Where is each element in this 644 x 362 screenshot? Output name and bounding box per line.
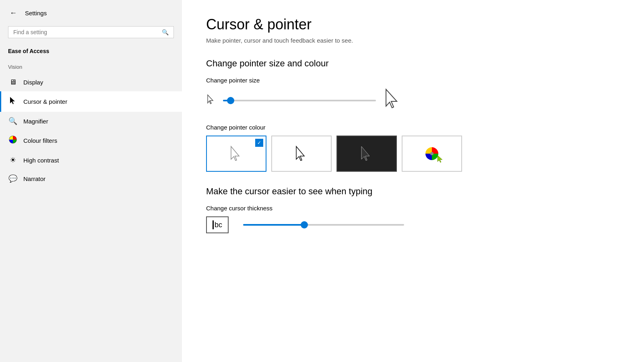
search-box[interactable]: 🔍 — [8, 26, 174, 38]
label-change-colour: Change pointer colour — [206, 124, 620, 131]
cursor-thickness-thumb[interactable] — [301, 221, 308, 228]
sidebar-header: ← Settings — [0, 0, 182, 26]
vision-label: Vision — [0, 61, 182, 73]
sidebar-item-magnifier[interactable]: 🔍 Magnifier — [0, 112, 182, 130]
back-button[interactable]: ← — [8, 7, 19, 19]
magnifier-label: Magnifier — [23, 118, 48, 125]
cursor-pointer-icon — [8, 96, 18, 107]
colour-option-black[interactable] — [336, 136, 397, 172]
pointer-size-slider-container — [206, 88, 620, 113]
high-contrast-label: High contrast — [23, 157, 59, 164]
display-label: Display — [23, 79, 43, 86]
abc-preview: bc — [206, 216, 229, 233]
colour-filters-icon — [8, 135, 18, 146]
selected-check-icon: ✓ — [255, 139, 263, 147]
sidebar: ← Settings 🔍 Ease of Access Vision 🖥 Dis… — [0, 0, 182, 362]
narrator-label: Narrator — [23, 175, 45, 182]
label-change-size: Change pointer size — [206, 77, 620, 84]
pointer-size-track[interactable] — [223, 100, 376, 101]
narrator-icon: 💬 — [8, 174, 18, 183]
sidebar-item-narrator[interactable]: 💬 Narrator — [0, 169, 182, 188]
ease-of-access-label: Ease of Access — [0, 45, 182, 61]
label-cursor-thickness: Change cursor thickness — [206, 205, 620, 212]
cursor-small-icon — [206, 94, 215, 107]
colour-options: ✓ — [206, 136, 620, 172]
cursor-thickness-fill — [243, 224, 304, 226]
magnifier-icon: 🔍 — [8, 117, 18, 125]
colour-filters-label: Colour filters — [23, 137, 57, 144]
sidebar-item-colour-filters[interactable]: Colour filters — [0, 130, 182, 151]
search-icon-button[interactable]: 🔍 — [162, 29, 169, 35]
abc-cursor-bar — [213, 220, 214, 229]
sidebar-item-cursor-pointer[interactable]: Cursor & pointer — [0, 91, 182, 112]
page-title: Cursor & pointer — [206, 16, 620, 33]
sidebar-item-display[interactable]: 🖥 Display — [0, 73, 182, 91]
page-subtitle: Make pointer, cursor and touch feedback … — [206, 37, 620, 44]
high-contrast-icon: ☀ — [8, 156, 18, 165]
abc-text: bc — [215, 221, 222, 229]
svg-point-2 — [430, 152, 433, 155]
sidebar-item-high-contrast[interactable]: ☀ High contrast — [0, 151, 182, 169]
cursor-pointer-label: Cursor & pointer — [23, 98, 67, 105]
main-content: Cursor & pointer Make pointer, cursor an… — [182, 0, 644, 362]
search-input[interactable] — [13, 29, 159, 35]
section-cursor-easier: Make the cursor easier to see when typin… — [206, 186, 620, 197]
colour-option-black-outline[interactable] — [271, 136, 332, 172]
settings-title: Settings — [25, 10, 47, 16]
colour-option-white[interactable]: ✓ — [206, 136, 266, 172]
colour-option-custom[interactable] — [402, 136, 462, 172]
cursor-large-icon — [384, 88, 402, 113]
section-change-pointer: Change pointer size and colour — [206, 58, 620, 69]
cursor-thickness-container: bc — [206, 216, 620, 233]
display-icon: 🖥 — [8, 78, 18, 86]
cursor-thickness-track[interactable] — [243, 224, 404, 226]
pointer-size-thumb[interactable] — [227, 97, 234, 104]
